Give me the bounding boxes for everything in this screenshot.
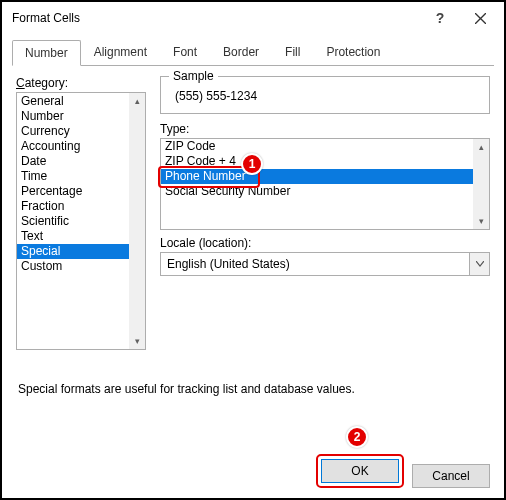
scroll-up-icon[interactable]: ▴ <box>473 139 489 155</box>
annotation-highlight-2: OK <box>316 454 404 488</box>
type-label: Type: <box>160 122 490 136</box>
category-item-selected[interactable]: Special <box>17 244 145 259</box>
tab-protection[interactable]: Protection <box>313 39 393 65</box>
category-item[interactable]: Currency <box>17 124 145 139</box>
category-label: Category: <box>16 76 146 90</box>
help-button[interactable]: ? <box>420 4 460 32</box>
scroll-down-icon[interactable]: ▾ <box>473 213 489 229</box>
tab-font[interactable]: Font <box>160 39 210 65</box>
locale-select[interactable]: English (United States) <box>160 252 490 276</box>
category-item[interactable]: General <box>17 94 145 109</box>
scroll-up-icon[interactable]: ▴ <box>129 93 145 109</box>
type-item[interactable]: ZIP Code <box>161 139 489 154</box>
tab-alignment[interactable]: Alignment <box>81 39 160 65</box>
category-listbox[interactable]: General Number Currency Accounting Date … <box>16 92 146 350</box>
type-item-selected[interactable]: Phone Number <box>161 169 489 184</box>
category-item[interactable]: Scientific <box>17 214 145 229</box>
type-item[interactable]: Social Security Number <box>161 184 489 199</box>
close-button[interactable] <box>460 4 500 32</box>
category-item[interactable]: Text <box>17 229 145 244</box>
locale-label: Locale (location): <box>160 236 490 250</box>
window-title: Format Cells <box>12 11 420 25</box>
type-item[interactable]: ZIP Code + 4 <box>161 154 489 169</box>
category-item[interactable]: Date <box>17 154 145 169</box>
chevron-down-icon[interactable] <box>469 253 489 275</box>
title-bar: Format Cells ? <box>2 2 504 34</box>
type-listbox[interactable]: ZIP Code ZIP Code + 4 Phone Number Socia… <box>160 138 490 230</box>
type-scrollbar[interactable]: ▴ ▾ <box>473 139 489 229</box>
category-item[interactable]: Fraction <box>17 199 145 214</box>
tab-border[interactable]: Border <box>210 39 272 65</box>
category-item[interactable]: Percentage <box>17 184 145 199</box>
ok-button[interactable]: OK <box>321 459 399 483</box>
category-item[interactable]: Time <box>17 169 145 184</box>
sample-group: Sample (555) 555-1234 <box>160 76 490 114</box>
category-item[interactable]: Accounting <box>17 139 145 154</box>
tab-fill[interactable]: Fill <box>272 39 313 65</box>
close-icon <box>475 13 486 24</box>
cancel-button[interactable]: Cancel <box>412 464 490 488</box>
category-scrollbar[interactable]: ▴ ▾ <box>129 93 145 349</box>
scroll-down-icon[interactable]: ▾ <box>129 333 145 349</box>
tab-strip: Number Alignment Font Border Fill Protec… <box>2 34 504 65</box>
locale-value: English (United States) <box>161 257 469 271</box>
sample-label: Sample <box>169 69 218 83</box>
category-item[interactable]: Custom <box>17 259 145 274</box>
description-text: Special formats are useful for tracking … <box>18 382 488 396</box>
category-item[interactable]: Number <box>17 109 145 124</box>
sample-value: (555) 555-1234 <box>171 85 479 103</box>
tab-number[interactable]: Number <box>12 40 81 66</box>
annotation-badge-2: 2 <box>346 426 368 448</box>
